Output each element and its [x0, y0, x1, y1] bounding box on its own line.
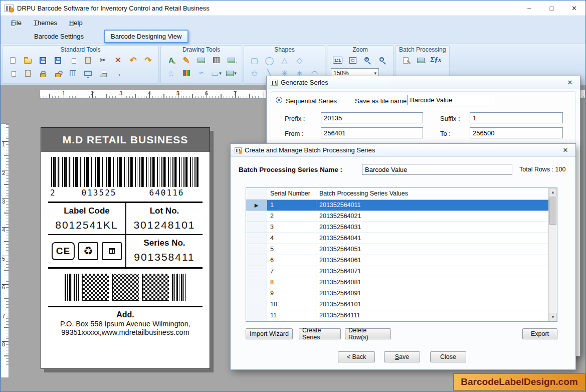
paste-icon[interactable] [81, 54, 95, 67]
triangle-shape-icon[interactable]: △ [278, 54, 291, 67]
star-tool-icon[interactable]: ☆ [164, 67, 178, 80]
table-row[interactable]: 10 201352564101 [246, 299, 548, 310]
close-icon[interactable]: ✕ [564, 79, 576, 86]
square-shape-icon[interactable]: ▢ [248, 54, 261, 67]
close-dialog-button[interactable]: Close [430, 351, 466, 362]
menu-file[interactable]: File [6, 17, 27, 29]
table-row[interactable]: 2 201352564021 [246, 211, 548, 222]
row-selector-header [246, 188, 267, 200]
grid-icon[interactable] [66, 67, 80, 80]
barcode-digit-first: 2 [50, 188, 65, 198]
maximize-button[interactable]: □ [540, 1, 563, 16]
series-name-input[interactable] [362, 164, 512, 175]
table-row[interactable]: 5 201352564051 [246, 244, 548, 255]
suffix-input[interactable] [470, 112, 563, 123]
open-icon[interactable] [21, 54, 35, 67]
export-icon[interactable]: → [111, 67, 125, 80]
cut-icon[interactable]: ✂ [96, 54, 110, 67]
unlock-icon[interactable] [51, 67, 65, 80]
save-all-icon[interactable] [51, 54, 65, 67]
from-input[interactable] [321, 127, 423, 138]
sequential-series-radio[interactable] [276, 97, 282, 103]
image-tool-icon[interactable] [194, 54, 208, 67]
copy-icon[interactable] [66, 54, 80, 67]
zoom-fit-icon[interactable] [346, 54, 359, 67]
chevron-down-icon: ▾ [234, 71, 237, 76]
barcode-bars [65, 274, 79, 301]
tab-barcode-settings[interactable]: Barcode Settings [28, 31, 90, 42]
picture-insert-icon[interactable]: → [225, 54, 238, 67]
diamond-shape-icon[interactable]: ◇ [293, 54, 306, 67]
delete-icon[interactable]: ✕ [111, 54, 125, 67]
table-row[interactable]: ▶ 1 201352564011 [246, 200, 548, 211]
lock-icon[interactable] [36, 67, 50, 80]
batch-function-icon[interactable]: Σƒx [429, 54, 443, 67]
table-row[interactable]: 6 201352564061 [246, 255, 548, 266]
print-icon[interactable] [96, 67, 110, 80]
row-selector [246, 310, 267, 321]
preview-icon[interactable] [81, 67, 95, 80]
menu-themes[interactable]: Themes [28, 17, 63, 29]
tab-barcode-designing-view[interactable]: Barcode Designing View [104, 30, 188, 43]
create-series-button[interactable]: Create Series [299, 328, 341, 339]
trash-icon [102, 242, 122, 260]
address-line-1: P.O. Box 558 Ipsum Avenue Wilmington, [41, 320, 210, 328]
close-icon[interactable]: ✕ [559, 146, 571, 154]
to-label: To : [440, 130, 451, 137]
row-selector [246, 255, 267, 266]
zoom-in-icon[interactable]: + [361, 54, 374, 67]
library-icon[interactable] [179, 67, 193, 80]
batch-series-table: Serial Number Batch Processing Series Va… [246, 187, 557, 322]
scrollbar-track[interactable] [549, 197, 557, 313]
title-bar: DRPU Barcode Software for Inventory Cont… [1, 1, 585, 16]
star-shape-icon[interactable]: ✩ [248, 67, 261, 80]
redo-icon[interactable]: ↷ [141, 54, 155, 67]
undo-icon[interactable]: ↶ [126, 54, 140, 67]
back-button[interactable]: < Back [338, 351, 375, 362]
barcode-label-design[interactable]: M.D RETAIL BUSINESS 2 013525 640116 Labe… [41, 127, 210, 369]
zoom-out-icon[interactable]: − [376, 54, 389, 67]
table-row[interactable]: 8 201352564081 [246, 277, 548, 288]
serial-column-header: Serial Number [267, 188, 316, 200]
delete-rows-button[interactable]: Delete Row(s) [345, 328, 391, 339]
prefix-input[interactable] [321, 112, 423, 123]
import-wizard-button[interactable]: Import Wizard [246, 328, 293, 339]
rectangle-tool-icon[interactable]: ▭▾ [210, 67, 223, 80]
minimize-button[interactable]: – [518, 1, 540, 16]
new-icon[interactable] [6, 54, 20, 67]
row-selector [246, 277, 267, 288]
barcode-digits-right: 640116 [133, 188, 201, 198]
row-selector [246, 299, 267, 310]
to-input[interactable] [470, 127, 563, 138]
barcode-digits-left: 013525 [65, 188, 133, 198]
table-row[interactable]: 3 201352564031 [246, 222, 548, 233]
table-row[interactable]: 9 201352564091 [246, 288, 548, 299]
save-icon[interactable] [36, 54, 50, 67]
table-row[interactable]: 4 201352564041 [246, 233, 548, 244]
pencil-tool-icon[interactable]: ✎ [179, 54, 193, 67]
save-button[interactable]: Save [384, 351, 420, 362]
batch-edit-icon[interactable]: ✎ [399, 54, 413, 67]
paste-special-icon[interactable] [21, 67, 35, 80]
close-button[interactable]: ✕ [563, 1, 585, 16]
row-selector: ▶ [246, 200, 267, 211]
scroll-up-icon[interactable]: ▲ [549, 188, 557, 197]
zoom-actual-icon[interactable]: 1:1 [331, 54, 344, 67]
scrollbar-thumb[interactable] [549, 198, 556, 225]
chevron-down-icon: ▾ [374, 71, 376, 76]
duplicate-icon[interactable] [6, 67, 20, 80]
menu-help[interactable]: Help [64, 17, 88, 29]
table-row[interactable]: 7 201352564071 [246, 266, 548, 277]
wave-text-icon[interactable]: ≈ [194, 67, 208, 80]
scroll-down-icon[interactable]: ▼ [549, 313, 557, 321]
batch-image-series-icon[interactable]: → [414, 54, 428, 67]
ellipse-shape-icon[interactable]: ◯ [263, 54, 276, 67]
text-tool-icon[interactable]: A✎ [164, 54, 178, 67]
save-as-input[interactable] [407, 95, 495, 105]
image-menu-icon[interactable]: ▾ [225, 67, 238, 80]
export-button[interactable]: Export [522, 328, 557, 339]
dialog-icon [271, 80, 278, 86]
barcode-tool-icon[interactable] [210, 54, 223, 67]
vertical-scrollbar[interactable]: ▲ ▼ [548, 188, 557, 321]
table-row[interactable]: 11 201352564111 [246, 310, 548, 321]
